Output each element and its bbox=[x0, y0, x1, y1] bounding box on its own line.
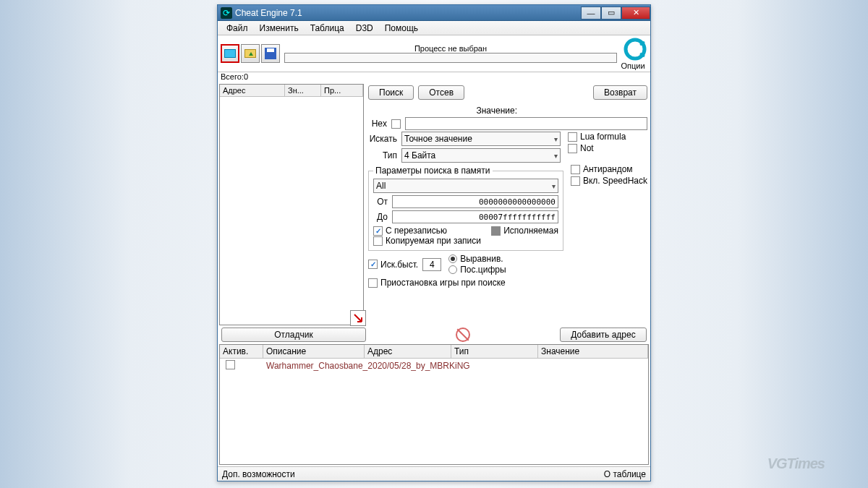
maximize-button[interactable]: ▭ bbox=[601, 7, 621, 20]
col-active[interactable]: Актив. bbox=[220, 345, 263, 358]
debugger-button[interactable]: Отладчик bbox=[221, 328, 366, 342]
menu-file[interactable]: Файл bbox=[221, 22, 254, 35]
col-value[interactable]: Зн... bbox=[285, 85, 321, 96]
row-description[interactable]: Warhammer_Chaosbane_2020/05/28_by_MBRKiN… bbox=[263, 360, 473, 372]
add-to-cheat-table-button[interactable] bbox=[350, 310, 366, 326]
antirandomizer-checkbox[interactable] bbox=[571, 165, 580, 174]
lastdigits-radio-label: Пос.цифры bbox=[460, 265, 506, 275]
range-from-input[interactable] bbox=[392, 195, 558, 208]
hex-label: Hex bbox=[368, 119, 387, 129]
memory-group-title: Параметры поиска в памяти bbox=[373, 166, 493, 176]
row-active-checkbox[interactable] bbox=[226, 360, 235, 369]
close-button[interactable]: ✕ bbox=[621, 7, 650, 20]
fastscan-checkbox[interactable]: ✓ bbox=[368, 260, 378, 269]
executable-label: Исполняемая bbox=[503, 226, 558, 236]
speedhack-checkbox[interactable] bbox=[571, 176, 580, 186]
watermark: VGTimes bbox=[767, 455, 825, 472]
fastscan-label: Иск.быст. bbox=[380, 260, 418, 270]
value-type-select[interactable]: 4 Байта bbox=[401, 148, 561, 163]
status-right[interactable]: О таблице bbox=[604, 469, 646, 479]
menu-edit[interactable]: Изменить bbox=[254, 22, 305, 35]
writable-checkbox[interactable]: ✓ bbox=[373, 226, 383, 236]
cow-label: Копируемая при записи bbox=[386, 236, 481, 246]
memory-scan-group: Параметры поиска в памяти All От До ✓С п… bbox=[368, 166, 563, 251]
col-address[interactable]: Адрес bbox=[220, 85, 285, 96]
not-checkbox[interactable] bbox=[568, 144, 577, 153]
next-scan-button[interactable]: Отсев bbox=[418, 85, 464, 100]
add-address-button[interactable]: Добавить адрес bbox=[560, 328, 647, 342]
select-process-button[interactable] bbox=[221, 44, 239, 63]
floppy-icon bbox=[265, 48, 276, 59]
scan-type-label: Искать bbox=[368, 134, 397, 144]
pause-game-label: Приостановка игры при поиске bbox=[380, 278, 506, 288]
table-row[interactable]: Warhammer_Chaosbane_2020/05/28_by_MBRKiN… bbox=[220, 359, 648, 373]
cheat-table[interactable]: Актив. Описание Адрес Тип Значение Warha… bbox=[219, 344, 649, 465]
first-scan-button[interactable]: Поиск bbox=[368, 85, 414, 100]
scan-type-select[interactable]: Точное значение bbox=[401, 132, 561, 146]
cow-checkbox[interactable] bbox=[373, 236, 383, 246]
writable-label: С перезаписью bbox=[386, 226, 447, 236]
to-label: До bbox=[373, 212, 388, 222]
options-link[interactable]: Опции bbox=[621, 61, 644, 70]
menu-table[interactable]: Таблица bbox=[305, 22, 350, 35]
titlebar[interactable]: ⟳ Cheat Engine 7.1 — ▭ ✕ bbox=[218, 5, 650, 21]
cheat-engine-logo[interactable] bbox=[623, 37, 647, 61]
app-window: ⟳ Cheat Engine 7.1 — ▭ ✕ Файл Изменить Т… bbox=[217, 4, 651, 481]
app-icon: ⟳ bbox=[221, 7, 232, 19]
col-description[interactable]: Описание bbox=[263, 345, 365, 358]
hex-checkbox[interactable] bbox=[391, 119, 401, 129]
speedhack-label: Вкл. SpeedHack bbox=[583, 176, 647, 186]
menubar: Файл Изменить Таблица D3D Помощь bbox=[218, 21, 650, 35]
value-header: Значение: bbox=[476, 106, 517, 116]
open-file-button[interactable] bbox=[241, 44, 260, 63]
value-input[interactable] bbox=[405, 117, 647, 130]
alignment-radio-label: Выравнив. bbox=[460, 254, 503, 264]
progress-bar bbox=[284, 53, 617, 63]
save-button[interactable] bbox=[261, 44, 280, 63]
stop-icon bbox=[456, 328, 470, 342]
toolbar: Процесс не выбран Опции bbox=[218, 35, 650, 72]
lastdigits-radio[interactable] bbox=[448, 265, 457, 274]
found-list[interactable]: Адрес Зн... Пр... bbox=[219, 84, 364, 325]
menu-d3d[interactable]: D3D bbox=[350, 22, 379, 35]
status-left[interactable]: Доп. возможности bbox=[222, 469, 295, 479]
minimize-button[interactable]: — bbox=[581, 7, 601, 20]
menu-help[interactable]: Помощь bbox=[379, 22, 424, 35]
lua-formula-label: Lua formula bbox=[580, 132, 626, 142]
col-type[interactable]: Тип bbox=[451, 345, 538, 358]
undo-scan-button[interactable]: Возврат bbox=[593, 85, 647, 100]
folder-open-icon bbox=[244, 49, 256, 58]
from-label: От bbox=[373, 197, 388, 207]
executable-checkbox[interactable] bbox=[491, 226, 501, 236]
col-val[interactable]: Значение bbox=[538, 345, 648, 358]
range-to-input[interactable] bbox=[392, 210, 558, 223]
monitor-icon bbox=[224, 49, 236, 58]
pause-game-checkbox[interactable] bbox=[368, 278, 378, 288]
alignment-radio[interactable] bbox=[448, 254, 457, 263]
found-list-body[interactable] bbox=[220, 97, 363, 325]
antirandomizer-label: Антирандом bbox=[583, 164, 633, 174]
statusbar: Доп. возможности О таблице bbox=[218, 466, 650, 481]
memory-region-select[interactable]: All bbox=[373, 179, 558, 193]
progress-label: Процесс не выбран bbox=[284, 44, 617, 53]
lua-formula-checkbox[interactable] bbox=[568, 132, 577, 142]
not-label: Not bbox=[580, 143, 594, 153]
value-type-label: Тип bbox=[368, 150, 397, 160]
alignment-input[interactable] bbox=[422, 258, 441, 271]
window-title: Cheat Engine 7.1 bbox=[235, 8, 302, 18]
col-addr[interactable]: Адрес bbox=[365, 345, 451, 358]
found-count-label: Всего:0 bbox=[221, 72, 248, 81]
col-prev[interactable]: Пр... bbox=[321, 85, 363, 96]
